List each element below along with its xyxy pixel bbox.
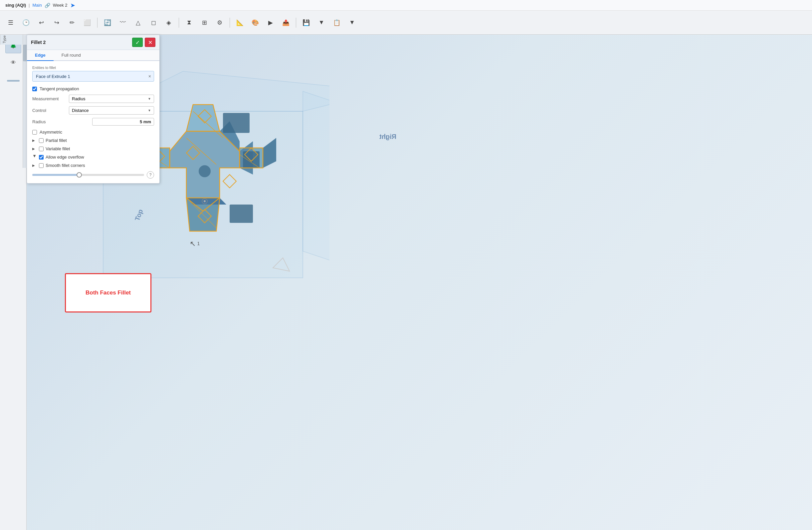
tab-full-round[interactable]: Full round (54, 50, 89, 61)
tangent-propagation-row: Tangent propagation (32, 86, 154, 91)
save-dropdown-button[interactable]: ▼ (315, 16, 328, 29)
nav-week[interactable]: Week 2 (53, 3, 68, 8)
breadcrumb-icon: 🔗 (45, 3, 50, 8)
right-label: Right (379, 133, 396, 141)
revolve-button[interactable]: 🔄 (101, 16, 114, 29)
bottom-tab-type[interactable]: Type (0, 34, 8, 45)
publish-button[interactable]: 📋 (330, 16, 344, 29)
entities-section: Entities to fillet Face of Extrude 1 × (32, 66, 154, 82)
variable-fillet-label[interactable]: Variable fillet (46, 146, 70, 151)
measurement-row: Measurement Radius ▼ (32, 95, 154, 103)
assembly-button[interactable]: ⚙ (213, 16, 226, 29)
history-button[interactable]: 🕑 (19, 16, 33, 29)
entities-label: Entities to fillet (32, 66, 154, 70)
app-title: sing (AQI) (5, 3, 26, 8)
both-faces-fillet-label: Both Faces Fillet (86, 290, 131, 296)
publish-dropdown-button[interactable]: ▼ (345, 16, 359, 29)
simulate-button[interactable]: ▶ (264, 16, 277, 29)
redo-button[interactable]: ↪ (50, 16, 63, 29)
partial-fillet-label[interactable]: Partial fillet (46, 138, 67, 143)
measurement-value: Radius (72, 96, 85, 101)
tangent-propagation-label[interactable]: Tangent propagation (40, 86, 79, 91)
allow-edge-overflow-label[interactable]: Allow edge overflow (46, 155, 84, 159)
help-button[interactable]: ? (147, 171, 154, 179)
entities-value: Face of Extrude 1 (36, 74, 70, 79)
fillet-tabs: Edge Full round (27, 50, 159, 61)
fillet-actions: ✓ ✕ (132, 38, 156, 47)
measurement-label: Measurement (32, 96, 69, 101)
header-bar: sing (AQI) | Main 🔗 Week 2 ➤ (0, 0, 812, 11)
mirror-button[interactable]: ⧗ (183, 16, 196, 29)
slider-track[interactable] (32, 174, 144, 176)
toolbar-sep-4 (296, 18, 296, 28)
chamfer-button[interactable]: ◈ (162, 16, 175, 29)
cursor-indicator: ↖ 1 (190, 239, 200, 248)
toolbar-sep-1 (97, 18, 98, 28)
control-row: Control Distance ▼ (32, 106, 154, 115)
partial-fillet-checkbox[interactable] (39, 138, 44, 143)
measurement-select[interactable]: Radius ▼ (69, 95, 154, 103)
smooth-fillet-corners-label[interactable]: Smooth fillet corners (46, 163, 85, 168)
variable-fillet-checkbox[interactable] (39, 147, 44, 151)
panel-toggle-button[interactable]: ☰ (4, 16, 17, 29)
svg-marker-1 (303, 91, 330, 278)
control-select[interactable]: Distance ▼ (69, 106, 154, 115)
entities-clear-button[interactable]: × (148, 74, 151, 79)
radius-label: Radius (32, 119, 92, 124)
both-faces-fillet-callout: Both Faces Fillet (65, 273, 151, 312)
allow-edge-overflow-checkbox[interactable] (39, 155, 44, 159)
slider-fill (32, 174, 79, 176)
allow-edge-overflow-row[interactable]: ▶ Allow edge overflow (32, 155, 154, 159)
variable-fillet-row[interactable]: ▶ Variable fillet (32, 146, 154, 151)
display-button[interactable]: 👁 (5, 55, 21, 71)
export-button[interactable]: 📤 (279, 16, 292, 29)
sketch-button[interactable]: ✏ (65, 16, 78, 29)
smooth-fillet-checkbox[interactable] (39, 163, 44, 168)
smooth-fillet-arrow-icon: ▶ (32, 164, 37, 167)
radius-input[interactable] (92, 118, 154, 126)
svg-rect-5 (230, 205, 253, 223)
fillet-title: Fillet 2 (31, 40, 46, 45)
svg-point-7 (199, 165, 211, 177)
entities-input-box[interactable]: Face of Extrude 1 × (32, 71, 154, 82)
partial-fillet-row[interactable]: ▶ Partial fillet (32, 138, 154, 143)
svg-rect-3 (223, 113, 250, 133)
pattern-button[interactable]: ⊞ (198, 16, 211, 29)
scrollbar-handle[interactable] (7, 80, 20, 82)
variable-fillet-arrow-icon: ▶ (32, 147, 37, 151)
svg-point-20 (204, 200, 206, 202)
help-icon: ? (149, 172, 152, 177)
sweep-button[interactable]: 〰 (116, 16, 129, 29)
tangent-propagation-checkbox[interactable] (32, 87, 37, 91)
render-button[interactable]: 🎨 (249, 16, 262, 29)
control-dropdown-icon: ▼ (148, 109, 151, 112)
asymmetric-label[interactable]: Asymmetric (40, 129, 62, 135)
confirm-icon: ✓ (135, 39, 140, 46)
cancel-icon: ✕ (148, 39, 153, 46)
nav-main[interactable]: Main (33, 3, 42, 8)
breadcrumb-sep: | (29, 3, 30, 8)
extrude-button[interactable]: ⬜ (81, 16, 94, 29)
slider-row: ? (32, 171, 154, 179)
smooth-fillet-corners-row[interactable]: ▶ Smooth fillet corners (32, 163, 154, 168)
fillet-body: Entities to fillet Face of Extrude 1 × T… (27, 61, 159, 183)
confirm-button[interactable]: ✓ (132, 38, 143, 47)
measure-button[interactable]: 📐 (233, 16, 247, 29)
save-button[interactable]: 💾 (300, 16, 313, 29)
asymmetric-row: Asymmetric (32, 129, 154, 135)
tab-edge[interactable]: Edge (27, 50, 54, 61)
left-panel-scrollbar[interactable] (23, 34, 27, 168)
radius-row: Radius (32, 118, 154, 126)
cursor-number: 1 (197, 241, 200, 246)
undo-button[interactable]: ↩ (34, 16, 48, 29)
allow-edge-overflow-arrow-icon: ▶ (33, 155, 37, 159)
asymmetric-checkbox[interactable] (32, 130, 37, 135)
fillet-panel: Fillet 2 ✓ ✕ Edge Full round Entities to… (27, 34, 160, 183)
cancel-button[interactable]: ✕ (145, 38, 156, 47)
measurement-dropdown-icon: ▼ (148, 97, 151, 101)
slider-thumb[interactable] (76, 172, 82, 178)
toolbar-sep-3 (230, 18, 230, 28)
main-toolbar: ☰ 🕑 ↩ ↪ ✏ ⬜ 🔄 〰 △ ◻ ◈ ⧗ ⊞ ⚙ 📐 🎨 ▶ 📤 💾 ▼ … (0, 11, 812, 34)
loft-button[interactable]: △ (131, 16, 145, 29)
fillet-button[interactable]: ◻ (147, 16, 160, 29)
